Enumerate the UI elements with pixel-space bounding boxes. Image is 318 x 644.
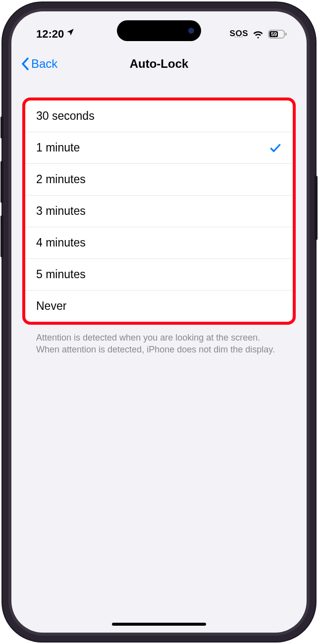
option-30-seconds[interactable]: 30 seconds [25, 100, 293, 132]
location-icon [66, 27, 75, 40]
option-4-minutes[interactable]: 4 minutes [25, 227, 293, 259]
checkmark-icon [269, 142, 282, 154]
mute-switch [0, 116, 3, 139]
phone-frame: 12:20 SOS •••• [2, 2, 316, 642]
option-5-minutes[interactable]: 5 minutes [25, 259, 293, 291]
option-label: 4 minutes [36, 236, 86, 249]
option-never[interactable]: Never [25, 291, 293, 322]
back-button[interactable]: Back [21, 57, 57, 71]
battery-icon: 59 [268, 30, 287, 39]
chevron-left-icon [21, 57, 29, 70]
back-label: Back [31, 57, 57, 71]
page-title: Auto-Lock [130, 57, 189, 71]
screen: 12:20 SOS •••• [11, 11, 307, 633]
volume-up-button [0, 161, 3, 203]
status-time: 12:20 [36, 28, 64, 41]
power-button [315, 176, 318, 240]
home-indicator[interactable] [112, 623, 206, 626]
sos-indicator: SOS •••• [230, 29, 248, 40]
option-3-minutes[interactable]: 3 minutes [25, 196, 293, 227]
svg-text:59: 59 [271, 31, 277, 37]
option-1-minute[interactable]: 1 minute [25, 132, 293, 164]
footer-text: Attention is detected when you are looki… [22, 325, 296, 363]
status-right: SOS •••• 59 [230, 29, 287, 40]
option-label: 2 minutes [36, 173, 86, 186]
option-label: 3 minutes [36, 204, 86, 218]
nav-bar: Back Auto-Lock [11, 46, 307, 78]
svg-rect-2 [285, 33, 287, 36]
wifi-icon [252, 30, 264, 39]
camera-dot [188, 28, 194, 34]
option-2-minutes[interactable]: 2 minutes [25, 164, 293, 196]
option-label: 30 seconds [36, 109, 95, 123]
dynamic-island [117, 20, 201, 41]
options-list: 30 seconds 1 minute 2 minutes [22, 98, 296, 325]
content: 30 seconds 1 minute 2 minutes [11, 78, 307, 363]
option-label: 1 minute [36, 141, 80, 154]
status-left: 12:20 [36, 28, 75, 41]
option-label: 5 minutes [36, 268, 86, 281]
option-label: Never [36, 299, 66, 313]
volume-down-button [0, 215, 3, 257]
